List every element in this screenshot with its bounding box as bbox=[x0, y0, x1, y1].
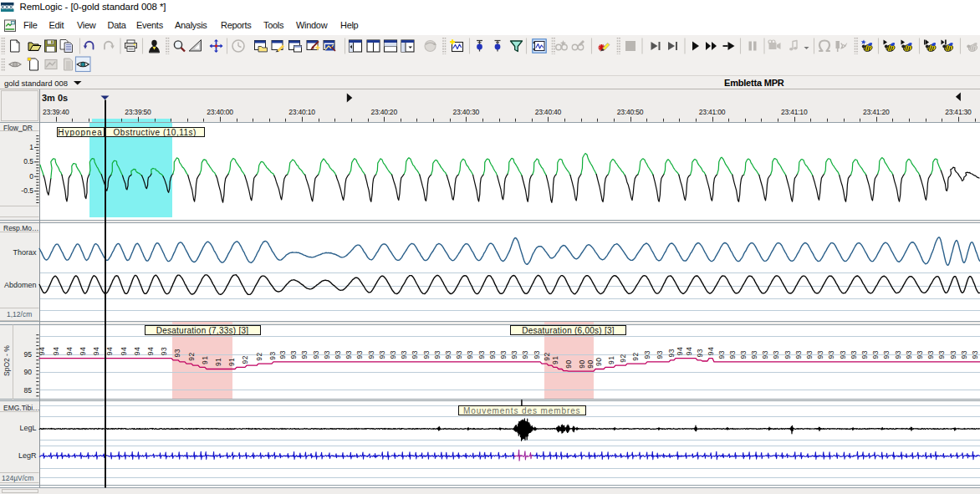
svg-text:93: 93 bbox=[521, 350, 529, 359]
svg-text:94: 94 bbox=[146, 347, 155, 355]
svg-text:94: 94 bbox=[79, 347, 87, 355]
svg-text:93: 93 bbox=[805, 350, 814, 359]
svg-text:93: 93 bbox=[717, 350, 726, 359]
svg-text:93: 93 bbox=[268, 351, 277, 359]
svg-text:93: 93 bbox=[794, 350, 803, 359]
svg-text:93: 93 bbox=[278, 350, 287, 359]
svg-text:93: 93 bbox=[667, 349, 676, 357]
svg-text:94: 94 bbox=[707, 347, 715, 355]
svg-text:90: 90 bbox=[586, 359, 595, 368]
svg-text:90: 90 bbox=[595, 358, 603, 366]
svg-text:93: 93 bbox=[289, 350, 298, 359]
svg-text:93: 93 bbox=[422, 350, 431, 359]
svg-text:93: 93 bbox=[510, 350, 518, 359]
svg-text:94: 94 bbox=[92, 347, 100, 355]
svg-text:93: 93 bbox=[916, 350, 924, 359]
svg-text:94: 94 bbox=[38, 347, 47, 355]
svg-text:91: 91 bbox=[214, 358, 222, 366]
svg-text:93: 93 bbox=[882, 350, 891, 359]
svg-text:93: 93 bbox=[367, 350, 375, 359]
svg-text:93: 93 bbox=[696, 349, 704, 357]
svg-text:93: 93 bbox=[433, 350, 442, 359]
svg-text:93: 93 bbox=[894, 350, 902, 359]
svg-text:92: 92 bbox=[187, 352, 196, 360]
svg-text:93: 93 bbox=[816, 350, 824, 359]
svg-text:93: 93 bbox=[783, 350, 792, 359]
svg-text:93: 93 bbox=[312, 350, 320, 359]
svg-text:93: 93 bbox=[300, 350, 309, 359]
svg-text:93: 93 bbox=[860, 350, 869, 359]
svg-text:93: 93 bbox=[477, 350, 486, 359]
svg-text:90: 90 bbox=[564, 359, 573, 368]
svg-text:93: 93 bbox=[499, 350, 508, 359]
svg-text:93: 93 bbox=[827, 350, 835, 359]
svg-text:91: 91 bbox=[227, 358, 236, 366]
svg-text:93: 93 bbox=[411, 350, 419, 359]
svg-text:93: 93 bbox=[739, 350, 748, 359]
svg-text:93: 93 bbox=[355, 350, 364, 359]
svg-text:93: 93 bbox=[400, 350, 408, 359]
svg-text:93: 93 bbox=[926, 350, 935, 359]
svg-text:93: 93 bbox=[772, 350, 780, 359]
svg-text:93: 93 bbox=[389, 350, 397, 359]
svg-text:94: 94 bbox=[65, 347, 74, 355]
svg-text:94: 94 bbox=[685, 347, 693, 355]
svg-text:93: 93 bbox=[750, 350, 758, 359]
svg-text:93: 93 bbox=[728, 350, 737, 359]
svg-text:92: 92 bbox=[631, 352, 640, 360]
svg-text:94: 94 bbox=[133, 347, 141, 355]
svg-text:94: 94 bbox=[676, 347, 684, 355]
svg-text:94: 94 bbox=[52, 347, 60, 355]
svg-text:93: 93 bbox=[466, 350, 474, 359]
svg-text:91: 91 bbox=[551, 356, 559, 364]
svg-text:93: 93 bbox=[444, 350, 452, 359]
svg-text:93: 93 bbox=[850, 350, 858, 359]
svg-text:91: 91 bbox=[201, 356, 209, 364]
svg-text:93: 93 bbox=[378, 350, 386, 359]
svg-text:93: 93 bbox=[488, 350, 497, 359]
svg-text:92: 92 bbox=[255, 352, 263, 360]
svg-text:93: 93 bbox=[839, 350, 847, 359]
svg-text:91: 91 bbox=[607, 356, 615, 364]
svg-text:93: 93 bbox=[871, 350, 880, 359]
svg-text:93: 93 bbox=[174, 349, 182, 357]
svg-text:90: 90 bbox=[578, 359, 586, 368]
svg-text:92: 92 bbox=[543, 352, 551, 360]
svg-text:93: 93 bbox=[345, 350, 353, 359]
svg-text:93: 93 bbox=[533, 350, 541, 359]
svg-text:93: 93 bbox=[960, 350, 968, 359]
svg-text:93: 93 bbox=[656, 350, 664, 359]
svg-text:93: 93 bbox=[455, 350, 463, 359]
svg-text:94: 94 bbox=[106, 347, 115, 355]
svg-text:94: 94 bbox=[120, 347, 128, 355]
svg-text:93: 93 bbox=[761, 350, 769, 359]
svg-text:93: 93 bbox=[971, 350, 979, 359]
svg-text:93: 93 bbox=[937, 350, 946, 359]
svg-text:93: 93 bbox=[905, 350, 913, 359]
svg-text:93: 93 bbox=[643, 350, 651, 359]
svg-text:93: 93 bbox=[160, 347, 168, 355]
svg-text:93: 93 bbox=[949, 350, 957, 359]
svg-text:93: 93 bbox=[323, 350, 331, 359]
svg-text:92: 92 bbox=[619, 354, 627, 362]
svg-text:93: 93 bbox=[334, 350, 342, 359]
svg-text:92: 92 bbox=[242, 355, 250, 364]
